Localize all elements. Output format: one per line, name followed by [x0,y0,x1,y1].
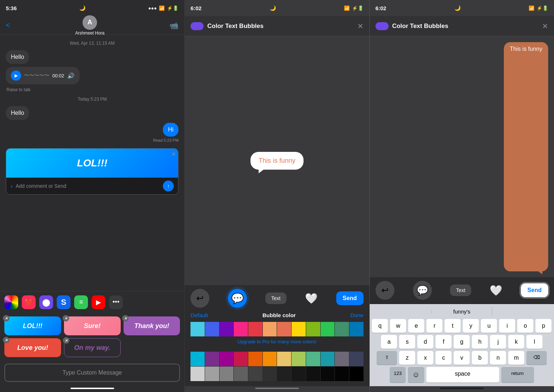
modal-close-3[interactable]: ✕ [542,22,548,31]
app-icon-more[interactable]: ••• [109,295,123,309]
key-z[interactable]: z [399,351,415,365]
contact-info[interactable]: A Arshmeet Hora [75,15,105,36]
key-f[interactable]: f [435,335,451,349]
color-b8[interactable] [292,352,306,366]
color-d9[interactable] [306,367,320,381]
app-icon-youtube[interactable]: ▶ [92,295,105,309]
color-purple1[interactable] [220,322,234,336]
color-blue1[interactable] [205,322,219,336]
key-v[interactable]: v [454,351,470,365]
app-icon-activity[interactable] [4,295,18,309]
suggestion-3[interactable] [492,310,552,313]
video-call-button[interactable]: 📹 [169,21,178,30]
color-cyan1[interactable] [349,322,364,336]
default-button[interactable]: Default [190,312,208,318]
color-yellow1[interactable] [292,322,306,336]
color-green2[interactable] [321,322,335,336]
key-a[interactable]: a [381,335,397,349]
app-icon-health[interactable]: ❤️ [22,295,36,309]
key-y[interactable]: y [463,319,479,333]
emoji-key[interactable]: ☺ [408,367,424,383]
color-teal[interactable] [190,322,205,336]
key-q[interactable]: q [372,319,388,333]
color-b7[interactable] [277,352,291,366]
key-k[interactable]: k [508,335,524,349]
text-button-3[interactable]: Text [450,284,471,296]
shift-key[interactable]: ⇧ [377,351,397,365]
key-c[interactable]: c [435,351,451,365]
key-r[interactable]: r [426,319,442,333]
remove-sure[interactable]: ✕ [63,315,69,322]
key-g[interactable]: g [454,335,470,349]
color-d2[interactable] [205,367,219,381]
suggestion-funny[interactable]: funny's [432,307,492,316]
color-d1[interactable] [190,367,205,381]
key-d[interactable]: d [417,335,433,349]
color-b4[interactable] [234,352,248,366]
heart-button-3[interactable]: 🤍 [490,284,502,296]
color-b2[interactable] [205,352,219,366]
key-h[interactable]: h [472,335,488,349]
sticker-thankyou[interactable]: ✕ Thank you! [124,316,180,335]
app-icon-lines[interactable]: ≡ [74,295,88,309]
key-i[interactable]: i [499,319,515,333]
space-key[interactable]: space [426,367,499,383]
back-button[interactable]: < [6,21,10,29]
color-d11[interactable] [335,367,349,381]
text-button[interactable]: Text [265,292,286,304]
key-j[interactable]: j [490,335,506,349]
remove-onmyway[interactable]: ✕ [63,337,69,344]
key-w[interactable]: w [390,319,406,333]
key-x[interactable]: x [417,351,433,365]
color-d4[interactable] [234,367,248,381]
remove-lol[interactable]: ✕ [3,315,9,322]
delete-key[interactable]: ⌫ [526,351,547,365]
expand-button[interactable]: › [11,182,13,190]
upgrade-banner[interactable]: Upgrade to Pro for many more colors! [190,337,363,351]
key-t[interactable]: t [445,319,461,333]
send-button-2[interactable]: Send [336,291,364,305]
color-red1[interactable] [248,322,262,336]
key-m[interactable]: m [508,351,524,365]
color-green1[interactable] [306,322,320,336]
color-d10[interactable] [321,367,335,381]
color-b6[interactable] [263,352,277,366]
color-d3[interactable] [220,367,234,381]
key-b[interactable]: b [472,351,488,365]
remove-thankyou[interactable]: ✕ [122,315,129,322]
color-b10[interactable] [321,352,335,366]
sticker-close-button[interactable]: ✕ [171,151,176,158]
color-pink1[interactable] [234,322,248,336]
key-s[interactable]: s [399,335,415,349]
color-b3[interactable] [220,352,234,366]
key-e[interactable]: e [408,319,424,333]
done-button[interactable]: Done [350,312,364,318]
bubble-button[interactable]: 💬 [228,289,247,308]
heart-button[interactable]: 🤍 [305,292,318,304]
modal-close-2[interactable]: ✕ [357,22,364,31]
bubble-button-3[interactable]: 💬 [413,281,432,300]
color-orange1[interactable] [263,322,277,336]
undo-button[interactable]: ↩ [190,289,209,308]
color-d6[interactable] [263,367,277,381]
sticker-onmyway[interactable]: ✕ On my way. [64,338,121,357]
app-icon-color-bubbles[interactable]: ⬤ [39,295,53,309]
key-l[interactable]: l [526,335,542,349]
color-d5[interactable] [248,367,262,381]
num-key[interactable]: 123 [390,367,406,383]
sticker-loveyou[interactable]: ✕ Love you! [4,338,61,357]
sticker-lol[interactable]: ✕ LOL!!! [4,316,61,335]
app-icon-shazam[interactable]: S [57,295,71,309]
color-b11[interactable] [335,352,349,366]
color-green3[interactable] [335,322,349,336]
suggestion-1[interactable] [372,310,432,313]
color-orange2[interactable] [277,322,291,336]
color-b12[interactable] [349,352,364,366]
sticker-send-button[interactable]: ↑ [163,181,174,191]
key-n[interactable]: n [490,351,506,365]
undo-button-3[interactable]: ↩ [376,281,394,300]
sticker-placeholder[interactable]: Add comment or Send [16,183,160,189]
color-d7[interactable] [277,367,291,381]
type-custom-message-bar[interactable]: Type Custom Message [4,364,180,382]
color-d12[interactable] [349,367,364,381]
